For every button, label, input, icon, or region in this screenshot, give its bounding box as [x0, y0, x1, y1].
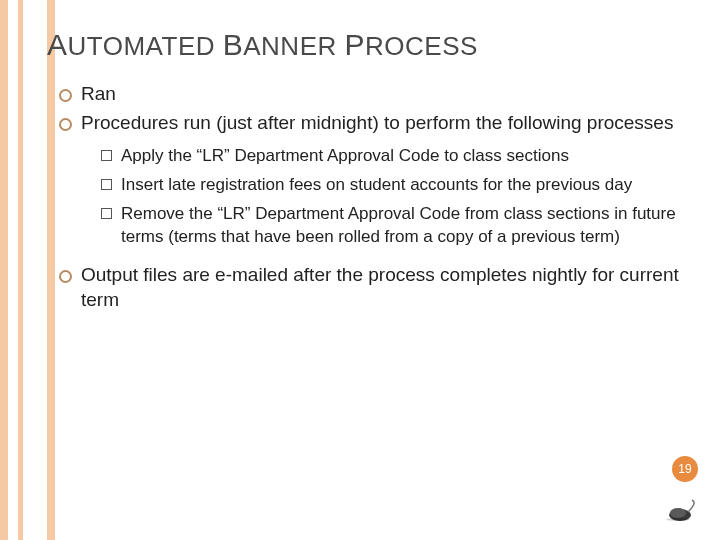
title-rest: ROCESS: [365, 31, 478, 61]
title-rest: UTOMATED: [68, 31, 215, 61]
list-item: Apply the “LR” Department Approval Code …: [101, 145, 690, 168]
bullet-list: Ran Procedures run (just after midnight)…: [59, 82, 690, 135]
sub-bullet-text: Apply the “LR” Department Approval Code …: [121, 146, 569, 165]
title-cap: P: [345, 28, 366, 61]
stripe: [47, 0, 55, 540]
page-number-text: 19: [678, 462, 691, 476]
stripe-gap: [23, 0, 47, 540]
list-item: Insert late registration fees on student…: [101, 174, 690, 197]
list-item: Output files are e-mailed after the proc…: [59, 263, 690, 312]
bullet-text: Output files are e-mailed after the proc…: [81, 264, 679, 310]
title-cap: B: [223, 28, 244, 61]
rock-icon: [664, 496, 700, 522]
slide: AUTOMATED BANNER PROCESS Ran Procedures …: [0, 0, 720, 540]
content-area: AUTOMATED BANNER PROCESS Ran Procedures …: [55, 28, 690, 317]
title-rest: ANNER: [243, 31, 337, 61]
bullet-text: Procedures run (just after midnight) to …: [81, 112, 673, 133]
bullet-text: Ran: [81, 83, 116, 104]
bullet-list: Output files are e-mailed after the proc…: [59, 263, 690, 312]
list-item: Procedures run (just after midnight) to …: [59, 111, 690, 136]
svg-point-2: [666, 518, 690, 521]
title-cap: A: [47, 28, 68, 61]
list-item: Ran: [59, 82, 690, 107]
stripe-gap: [8, 0, 18, 540]
page-number: 19: [672, 456, 698, 482]
sub-bullet-list: Apply the “LR” Department Approval Code …: [101, 145, 690, 249]
svg-point-1: [670, 508, 686, 518]
sub-bullet-text: Remove the “LR” Department Approval Code…: [121, 204, 676, 246]
list-item: Remove the “LR” Department Approval Code…: [101, 203, 690, 249]
slide-title: AUTOMATED BANNER PROCESS: [47, 28, 690, 62]
decorative-stripes: [0, 0, 55, 540]
sub-bullet-text: Insert late registration fees on student…: [121, 175, 632, 194]
stripe: [0, 0, 8, 540]
